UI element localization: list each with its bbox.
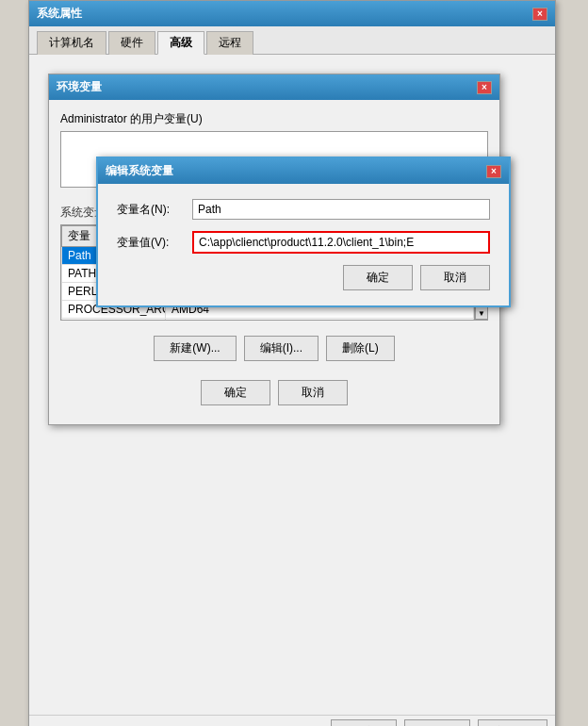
env-confirm-btn[interactable]: 确定 [201,380,270,405]
sys-props-window: 系统属性 × 计算机名 硬件 高级 远程 环境变量 × Administrato… [28,0,556,726]
sys-confirm-btn[interactable]: 确定 [331,719,397,726]
admin-section-label: Administrator 的用户变量(U) [60,111,488,127]
edit-dialog-titlebar: 编辑系统变量 × [98,158,509,184]
edit-dialog-content: 变量名(N): 变量值(V): 确定 取消 [98,184,509,305]
var-name-cell: PROCESSOR IDE... [62,319,166,321]
varvalue-label: 变量值(V): [117,235,192,251]
edit-dialog-title: 编辑系统变量 [106,163,173,179]
edit-dialog-buttons: 确定 取消 [117,265,490,290]
sys-props-title: 系统属性 [37,6,82,22]
varname-label: 变量名(N): [117,202,192,218]
tab-remote[interactable]: 远程 [206,31,253,55]
edit-confirm-btn[interactable]: 确定 [343,265,413,290]
varname-input[interactable] [192,199,490,220]
sys-edit-btn[interactable]: 编辑(I)... [244,336,318,361]
sys-vars-buttons: 新建(W)... 编辑(I)... 删除(L) [60,328,488,369]
env-vars-dialog: 环境变量 × Administrator 的用户变量(U) 编辑系统变量 × [48,74,500,425]
sys-props-content: 环境变量 × Administrator 的用户变量(U) 编辑系统变量 × [29,55,555,715]
sys-props-close-btn[interactable]: × [532,8,547,21]
table-row[interactable]: PROCESSOR IDE... Intel64 Family 6 Model … [62,319,474,321]
edit-cancel-btn[interactable]: 取消 [420,265,490,290]
env-vars-title: 环境变量 [57,79,102,95]
sys-apply-btn[interactable]: 应用(A) [478,719,547,726]
sys-props-controls: × [532,8,547,21]
env-vars-bottom-buttons: 确定 取消 [60,372,488,413]
tab-computername[interactable]: 计算机名 [37,31,106,55]
tab-hardware[interactable]: 硬件 [108,31,155,55]
varname-row: 变量名(N): [117,199,490,220]
edit-dialog-close-btn[interactable]: × [486,165,501,178]
sys-cancel-btn[interactable]: 取消 [404,719,470,726]
scroll-down-btn[interactable]: ▼ [475,306,488,320]
sys-new-btn[interactable]: 新建(W)... [154,336,236,361]
sys-delete-btn[interactable]: 删除(L) [326,336,395,361]
edit-dialog: 编辑系统变量 × 变量名(N): 变量值(V): 确定 [96,157,511,307]
env-cancel-btn[interactable]: 取消 [278,380,348,405]
tabs-bar: 计算机名 硬件 高级 远程 [29,26,555,55]
env-vars-titlebar: 环境变量 × [49,74,499,100]
tab-advanced[interactable]: 高级 [157,31,204,55]
var-val-cell: Intel64 Family 6 Model 158 Stepping 10, … [166,319,474,321]
env-vars-content: Administrator 的用户变量(U) 编辑系统变量 × 变量名(N): [49,100,499,424]
varvalue-row: 变量值(V): [117,231,490,254]
sys-props-bottom: 确定 取消 应用(A) [29,715,555,726]
varvalue-input[interactable] [192,231,490,254]
sys-props-titlebar: 系统属性 × [29,1,555,26]
env-vars-close-btn[interactable]: × [477,81,492,94]
